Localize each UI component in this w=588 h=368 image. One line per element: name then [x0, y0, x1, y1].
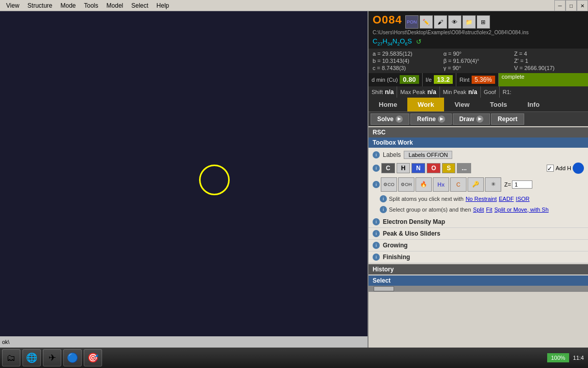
menubar: View Structure Mode Tools Model Select H…	[0, 0, 588, 11]
split-link[interactable]: Split	[473, 206, 484, 213]
solve-button[interactable]: Solve ▶	[371, 113, 409, 125]
tab-view[interactable]: View	[444, 98, 479, 111]
add-h-checkbox[interactable]: ✓	[547, 165, 554, 172]
refine-play-icon: ▶	[438, 116, 445, 123]
finishing-info-dot[interactable]: i	[373, 254, 380, 261]
menu-select[interactable]: Select	[127, 1, 152, 10]
goof-label: Goof	[484, 89, 496, 95]
formula: C27H34N2O6S	[373, 37, 412, 47]
tool-icon-5[interactable]: C	[450, 177, 467, 192]
action-row: Solve ▶ Refine ▶ Draw ▶ Report	[369, 112, 588, 126]
growing-section[interactable]: i Growing	[369, 240, 588, 251]
minimize-button[interactable]: ─	[554, 0, 566, 11]
Ie-label: I/e	[426, 77, 432, 83]
tool-icon-6[interactable]: 🔑	[468, 177, 484, 192]
labels-info-dot[interactable]: i	[373, 151, 380, 158]
labels-toggle-button[interactable]: Labels OFF/ON	[404, 151, 452, 159]
file-manager-icon: 🗂	[7, 353, 16, 363]
main-area: #G_BTN-ELEMENTS(#MODE): 0.02600 sNum (2)…	[0, 11, 588, 348]
right-panel: O084 PON ✏️ 🖌 👁 📁 ⊞ C:\Users\Horst\Deskt…	[368, 11, 588, 348]
element-more-button[interactable]: ...	[457, 163, 471, 173]
tool-icon-4[interactable]: Hx	[433, 177, 449, 192]
app5-icon: 🎯	[87, 352, 99, 363]
element-S-button[interactable]: S	[442, 163, 455, 173]
taskbar-app4[interactable]: 🔵	[63, 349, 82, 366]
add-h-blue-button[interactable]	[573, 163, 584, 174]
nav-tabs: Home Work View Tools Info	[369, 98, 588, 112]
close-button[interactable]: ✕	[577, 0, 588, 11]
finishing-section[interactable]: i Finishing	[369, 251, 588, 263]
brush-button[interactable]: 🖌	[434, 15, 447, 29]
report-button[interactable]: Report	[491, 113, 524, 125]
Ie-value: 13.2	[434, 75, 453, 84]
eye-button[interactable]: 👁	[448, 15, 461, 29]
tab-work[interactable]: Work	[407, 98, 444, 111]
menu-model[interactable]: Model	[103, 1, 128, 10]
select-action-row: i Select group or atom(s) and then Split…	[371, 205, 586, 214]
edm-label: Electron Density Map	[383, 218, 445, 225]
split-row: i Split atoms you click next with No Res…	[371, 194, 586, 203]
element-H-button[interactable]: H	[397, 163, 410, 173]
taskbar-olex[interactable]: ✈	[43, 349, 61, 366]
growing-info-dot[interactable]: i	[373, 242, 380, 249]
scroll-area[interactable]	[369, 286, 588, 292]
tab-info[interactable]: Info	[517, 98, 550, 111]
Rint-value: 5.36%	[472, 76, 495, 84]
cursor-circle	[199, 165, 230, 195]
scroll-thumb[interactable]	[374, 286, 394, 291]
minpeak-cell: Min Peak n/a	[440, 86, 481, 98]
taskbar-app5[interactable]: 🎯	[84, 349, 102, 366]
select-text: Select group or atom(s) and then	[389, 206, 471, 213]
taskbar-browser[interactable]: 🌐	[22, 349, 41, 366]
split-info-dot[interactable]: i	[380, 195, 387, 202]
refresh-icon[interactable]: ↺	[416, 38, 422, 45]
element-O-button[interactable]: O	[427, 163, 440, 173]
refine-label: Refine	[417, 116, 436, 123]
element-N-button[interactable]: N	[411, 163, 425, 173]
tab-home[interactable]: Home	[369, 98, 407, 111]
tool-icon-2[interactable]: ⚙OH	[398, 177, 414, 192]
tool-icon-7[interactable]: ✳	[485, 177, 501, 192]
edit-button[interactable]: ✏️	[420, 15, 433, 29]
menu-mode[interactable]: Mode	[56, 1, 80, 10]
menu-tools[interactable]: Tools	[80, 1, 103, 10]
menu-structure[interactable]: Structure	[23, 1, 57, 10]
tool-icon-1[interactable]: ⚙CO	[381, 177, 397, 192]
param-c-value: c = 8.7438(3)	[373, 65, 406, 71]
viewport[interactable]: #G_BTN-ELEMENTS(#MODE): 0.02600 sNum (2)…	[0, 11, 368, 348]
z-input[interactable]	[512, 180, 532, 189]
toolicons-info-dot[interactable]: i	[373, 181, 380, 188]
Ie-cell: I/e 13.2	[423, 73, 457, 86]
maximize-button[interactable]: □	[566, 0, 577, 11]
refine-button[interactable]: Refine ▶	[410, 113, 452, 125]
shift-label: Shift	[372, 89, 383, 95]
elements-info-dot[interactable]: i	[373, 165, 380, 172]
menu-help[interactable]: Help	[153, 1, 174, 10]
folder-button[interactable]: 📁	[462, 15, 476, 29]
param-b-value: b = 10.3143(4)	[373, 58, 409, 64]
pon-button[interactable]: PON	[405, 15, 419, 29]
param-beta: β = 91.670(4)°	[444, 58, 513, 64]
draw-button[interactable]: Draw ▶	[453, 113, 490, 125]
peak-info-dot[interactable]: i	[373, 230, 380, 237]
tool-icon-3[interactable]: 🔥	[415, 177, 432, 192]
element-C-button[interactable]: C	[381, 163, 395, 173]
select-info-dot[interactable]: i	[380, 206, 387, 213]
taskbar: 🗂 🌐 ✈ 🔵 🎯 100% 11:4	[0, 348, 588, 368]
draw-label: Draw	[459, 116, 474, 123]
prompt-text: ok\	[2, 339, 10, 345]
split-move-link[interactable]: Split or Move, with Sh	[494, 206, 548, 213]
eadf-link[interactable]: EADF	[499, 196, 513, 202]
no-restraint-link[interactable]: No Restraint	[465, 196, 497, 202]
compound-id: O084	[373, 13, 402, 27]
taskbar-file-manager[interactable]: 🗂	[2, 349, 20, 366]
tab-tools[interactable]: Tools	[480, 98, 518, 111]
peak-uiso-section[interactable]: i Peak & Uiso Sliders	[369, 228, 588, 240]
menu-view[interactable]: View	[2, 1, 23, 10]
edm-info-dot[interactable]: i	[373, 218, 380, 225]
isor-link[interactable]: ISOR	[516, 196, 530, 202]
electron-density-section[interactable]: i Electron Density Map	[369, 216, 588, 228]
window-button[interactable]: ⊞	[477, 15, 490, 29]
select-bar: Select	[369, 275, 588, 286]
fit-link[interactable]: Fit	[486, 206, 492, 213]
